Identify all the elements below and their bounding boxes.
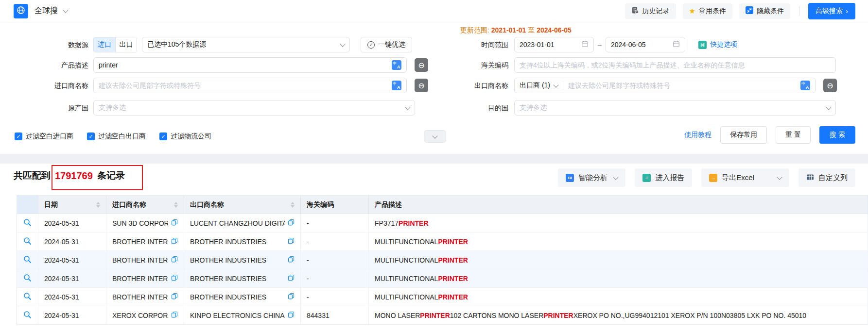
translate-icon[interactable]: 中A [392,60,401,70]
exporter-name[interactable]: LUCENT CHANGZHOU DIGITAL [190,219,285,227]
advanced-search-button[interactable]: 高级搜索 › [808,3,855,19]
table-row: 2024-05-31BROTHER INTERNBROTHER INDUSTRI… [17,288,868,306]
importer-name[interactable]: BROTHER INTERN [112,293,168,301]
importer-name[interactable]: XEROX CORPORA [112,312,168,319]
row-detail-button[interactable] [17,251,38,269]
column-header-海关编码: 海关编码 [301,196,369,214]
start-date-input[interactable]: 2023-01-01 [514,37,594,52]
row-detail-button[interactable] [17,288,38,306]
sort-icons[interactable] [287,202,295,208]
one-click-optimize-button[interactable]: ✓ 一键优选 [361,37,412,52]
data-source-select[interactable]: 已选中105个数据源 [142,37,350,52]
exporter-name[interactable]: BROTHER INDUSTRIES [190,275,285,282]
exporter-name[interactable]: BROTHER INDUSTRIES [190,256,285,264]
translate-icon[interactable]: 中A [392,81,401,90]
copy-icon[interactable] [288,274,295,282]
sort-desc-icon [291,205,295,208]
reset-button[interactable]: 重 置 [776,126,811,144]
exclude-icon[interactable]: ⊖ [415,79,428,92]
favorites-button[interactable]: ★ 常用条件 [683,3,732,19]
globe-icon [17,6,25,16]
exporter-name[interactable]: BROTHER INDUSTRIES [190,293,285,301]
result-count: 共匹配到 1791769 条记录 [14,169,125,182]
filter-checkbox-0[interactable]: ✓过滤空白进口商 [15,132,73,141]
table-row: 2024-05-31SUN 3D CORPORLUCENT CHANGZHOU … [17,214,868,232]
row-detail-button[interactable] [17,306,38,324]
copy-icon[interactable] [288,237,295,246]
importer-cell: BROTHER INTERN [106,269,184,287]
export-toggle[interactable]: 出口 [115,37,137,52]
end-date-input[interactable]: 2024-06-05 [606,37,685,52]
importer-name[interactable]: BROTHER INTERN [112,238,168,246]
save-favorite-button[interactable]: 保存常用 [720,126,767,144]
column-header-出口商名称[interactable]: 出口商名称 [184,196,301,214]
enter-report-button[interactable]: ≡ 进入报告 [635,168,692,187]
report-icon: ≡ [642,174,651,182]
collapse-icon [746,6,753,16]
translate-icon[interactable]: 中A [800,81,810,90]
copy-icon[interactable] [171,293,178,301]
copy-icon[interactable] [288,219,295,227]
copy-icon[interactable] [171,311,178,319]
exporter-type-select[interactable]: 出口商 (1) [520,81,563,90]
exclude-icon[interactable]: ⊖ [823,79,837,92]
column-header-日期[interactable]: 日期 [38,196,106,214]
import-toggle[interactable]: 进口 [94,37,115,52]
search-icon [23,311,32,320]
importer-cell: BROTHER INTERN [106,251,184,269]
exporter-input[interactable] [568,82,798,89]
custom-columns-button[interactable]: 自定义列 [799,168,855,187]
export-excel-button[interactable]: → 导出Excel [701,168,789,187]
copy-icon[interactable] [288,311,295,319]
tutorial-link[interactable]: 使用教程 [684,131,712,139]
star-icon: ★ [689,7,695,15]
product-desc-cell: MULTIFUNCTIONAL PRINTER [369,251,868,269]
product-text: MULTIFUNCTIONAL [375,256,438,264]
search-icon [23,255,32,265]
product-desc-input[interactable] [99,61,389,69]
column-header-进口商名称[interactable]: 进口商名称 [106,196,184,214]
quick-options-link[interactable]: ⌘ 快捷选项 [698,37,737,52]
check-circle-icon: ✓ [367,41,375,49]
origin-country-label: 原产国 [15,100,88,116]
copy-icon[interactable] [171,237,178,246]
importer-name[interactable]: BROTHER INTERN [112,256,168,264]
form-collapse-button[interactable] [424,130,446,143]
exclude-icon[interactable]: ⊖ [415,58,428,72]
row-detail-button[interactable] [17,269,38,287]
copy-icon[interactable] [288,256,295,264]
importer-name[interactable]: BROTHER INTERN [112,275,168,282]
arrow-right-icon: › [846,7,848,15]
product-text: MULTIFUNCTIONAL [375,238,438,246]
chevron-down-icon [405,104,410,110]
hide-conditions-button[interactable]: 隐藏条件 [739,3,790,19]
importer-name[interactable]: SUN 3D CORPOR [112,219,168,227]
dest-country-select[interactable]: 支持多选 [514,100,836,116]
search-button[interactable]: 搜 索 [819,126,855,144]
chevron-down-icon[interactable] [63,7,68,13]
history-button[interactable]: 历史记录 [625,3,676,19]
origin-country-select[interactable]: 支持多选 [93,100,415,116]
copy-icon[interactable] [171,219,178,227]
sort-icons[interactable] [92,202,100,208]
product-desc-cell: MULTIFUNCTIONAL PRINTER [369,288,868,306]
sort-asc-icon [291,202,295,204]
column-label: 海关编码 [307,200,334,209]
row-detail-button[interactable] [17,214,38,232]
smart-analysis-button[interactable]: BI 智能分析 [558,168,625,187]
top-bar: 全球搜 历史记录 ★ 常用条件 隐藏条件 高级搜索 › [0,0,868,22]
copy-icon[interactable] [171,274,178,282]
product-text: MULTIFUNCTIONAL [375,293,438,301]
copy-icon[interactable] [288,293,295,301]
update-range-note: 更新范围: 2021-01-01 至 2024-06-05 [460,26,572,35]
importer-input[interactable] [99,82,389,89]
copy-icon[interactable] [171,256,178,264]
exporter-name[interactable]: BROTHER INDUSTRIES [190,238,285,246]
row-detail-button[interactable] [17,232,38,250]
filter-checkbox-1[interactable]: ✓过滤空白出口商 [87,132,146,141]
sort-icons[interactable] [170,202,178,208]
filter-checkbox-2[interactable]: ✓过滤物流公司 [159,132,211,141]
hs-code-input[interactable] [520,61,831,69]
exporter-name[interactable]: KINPO ELECTRONICS CHINA CO [190,312,285,319]
data-source-label: 数据源 [15,37,88,52]
